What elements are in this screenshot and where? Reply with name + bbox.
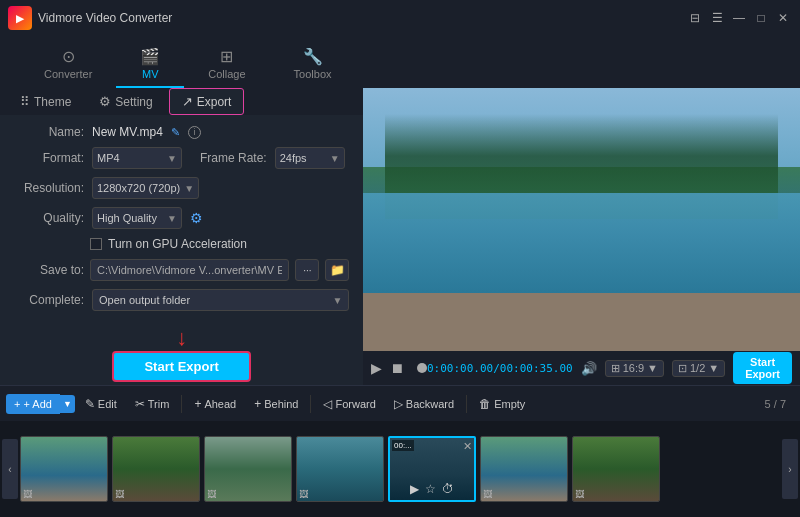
menu-icon[interactable]: ☰ — [708, 9, 726, 27]
gpu-label: Turn on GPU Acceleration — [108, 237, 247, 251]
quality-select[interactable]: High Quality ▼ — [92, 207, 182, 229]
star-action-icon[interactable]: ☆ — [425, 482, 436, 496]
format-select[interactable]: MP4 ▼ — [92, 147, 182, 169]
resolution-row: Resolution: 1280x720 (720p) ▼ — [14, 177, 349, 199]
add-main-button[interactable]: + + Add — [6, 394, 60, 414]
info-icon[interactable]: i — [188, 126, 201, 139]
browse-button[interactable]: ··· — [295, 259, 319, 281]
logo-text: ▶ — [16, 13, 24, 24]
format-row: Format: MP4 ▼ Frame Rate: 24fps ▼ — [14, 147, 349, 169]
gpu-row: Turn on GPU Acceleration — [14, 237, 349, 251]
crop-icon: ⊞ — [611, 362, 620, 375]
quality-label: Quality: — [14, 211, 84, 225]
subtab-export[interactable]: ↗ Export — [169, 88, 245, 115]
close-button[interactable]: ✕ — [774, 9, 792, 27]
trim-button[interactable]: ✂ Trim — [127, 393, 178, 415]
frame-rate-select[interactable]: 24fps ▼ — [275, 147, 345, 169]
ahead-button[interactable]: + Ahead — [186, 393, 244, 415]
stop-button[interactable]: ⏹ — [390, 360, 404, 376]
play-action-icon[interactable]: ▶ — [410, 482, 419, 496]
chat-icon[interactable]: ⊟ — [686, 9, 704, 27]
start-export-area: ↓ Start Export — [14, 327, 349, 382]
empty-button[interactable]: 🗑 Empty — [471, 393, 533, 415]
subtab-setting-label: Setting — [115, 95, 152, 109]
resolution-select[interactable]: 1280x720 (720p) ▼ — [92, 177, 199, 199]
clip-4[interactable]: 🖼 — [296, 436, 384, 502]
toolbox-icon: 🔧 — [303, 47, 323, 66]
forward-icon: ◁ — [323, 397, 332, 411]
time-display: 00:00:00.00/00:00:35.00 — [420, 362, 572, 375]
clip-5[interactable]: 00:... ✕ ▶ ☆ ⏱ — [388, 436, 476, 502]
clip-2-thumb: 🖼 — [113, 437, 199, 501]
volume-button[interactable]: 🔊 — [581, 361, 597, 376]
tab-collage[interactable]: ⊞ Collage — [184, 41, 269, 88]
name-value: New MV.mp4 — [92, 125, 163, 139]
video-frame — [363, 88, 800, 351]
app-title: Vidmore Video Converter — [38, 11, 680, 25]
clip-1-icon: 🖼 — [23, 489, 32, 499]
forward-button[interactable]: ◁ Forward — [315, 393, 383, 415]
edit-icon: ✎ — [85, 397, 95, 411]
save-path-input[interactable] — [90, 259, 289, 281]
clip-7-icon: 🖼 — [575, 489, 584, 499]
open-folder-button[interactable]: 📁 — [325, 259, 349, 281]
subtab-theme[interactable]: ⠿ Theme — [8, 89, 83, 114]
clip-6[interactable]: 🖼 — [480, 436, 568, 502]
edit-button[interactable]: ✎ Edit — [77, 393, 125, 415]
ahead-icon: + — [194, 397, 201, 411]
save-label: Save to: — [14, 263, 84, 277]
clip-5-close[interactable]: ✕ — [463, 440, 472, 453]
behind-button[interactable]: + Behind — [246, 393, 306, 415]
right-start-export-button[interactable]: Start Export — [733, 352, 792, 384]
aspect-ratio-selector[interactable]: ⊞ 16:9 ▼ — [605, 360, 664, 377]
clip-7[interactable]: 🖼 — [572, 436, 660, 502]
edit-icon[interactable]: ✎ — [171, 126, 180, 139]
toolbar: + + Add ▼ ✎ Edit ✂ Trim + Ahead + Behind… — [0, 385, 800, 421]
theme-icon: ⠿ — [20, 94, 30, 109]
tab-mv[interactable]: 🎬 MV — [116, 41, 184, 88]
subtab-setting[interactable]: ⚙ Setting — [87, 89, 164, 114]
add-label: + Add — [23, 398, 51, 410]
resolution-value: 1280x720 (720p) — [97, 182, 180, 194]
backward-button[interactable]: ▷ Backward — [386, 393, 462, 415]
clip-5-actions: ▶ ☆ ⏱ — [390, 482, 474, 496]
left-panel: ⠿ Theme ⚙ Setting ↗ Export Name: New MV.… — [0, 88, 363, 385]
resolution-arrow: ▼ — [184, 183, 194, 194]
mv-icon: 🎬 — [140, 47, 160, 66]
clip-1[interactable]: 🖼 — [20, 436, 108, 502]
tab-toolbox-label: Toolbox — [294, 68, 332, 80]
clip-count: 5 / 7 — [765, 398, 794, 410]
add-plus-icon: + — [14, 398, 20, 410]
tab-converter[interactable]: ⊙ Converter — [20, 41, 116, 88]
clip-2[interactable]: 🖼 — [112, 436, 200, 502]
maximize-button[interactable]: □ — [752, 9, 770, 27]
filmstrip-next-button[interactable]: › — [782, 439, 798, 499]
quality-scale-selector[interactable]: ⊡ 1/2 ▼ — [672, 360, 725, 377]
title-bar: ▶ Vidmore Video Converter ⊟ ☰ — □ ✕ — [0, 0, 800, 36]
quality-settings-button[interactable]: ⚙ — [190, 210, 203, 226]
player-controls: ▶ ⏹ 00:00:00.00/00:00:35.00 🔊 ⊞ 16:9 ▼ ⊡… — [363, 351, 800, 385]
tab-collage-label: Collage — [208, 68, 245, 80]
aspect-ratio-arrow: ▼ — [647, 362, 658, 374]
start-export-button[interactable]: Start Export — [112, 351, 250, 382]
subtab-export-label: Export — [197, 95, 232, 109]
save-row: Save to: ··· 📁 — [14, 259, 349, 281]
add-dropdown-button[interactable]: ▼ — [60, 395, 75, 413]
trim-label: Trim — [148, 398, 170, 410]
deck-layer — [363, 293, 800, 351]
minimize-button[interactable]: — — [730, 9, 748, 27]
clip-5-time: 00:... — [392, 440, 414, 451]
gpu-checkbox[interactable] — [90, 238, 102, 250]
separator-3 — [466, 395, 467, 413]
clip-5-thumb: 00:... ✕ ▶ ☆ ⏱ — [390, 438, 474, 500]
complete-select[interactable]: Open output folder ▼ — [92, 289, 349, 311]
export-icon: ↗ — [182, 94, 193, 109]
format-arrow: ▼ — [167, 153, 177, 164]
tab-toolbox[interactable]: 🔧 Toolbox — [270, 41, 356, 88]
clock-action-icon[interactable]: ⏱ — [442, 482, 454, 496]
scale-icon: ⊡ — [678, 362, 687, 375]
filmstrip-prev-button[interactable]: ‹ — [2, 439, 18, 499]
clip-3[interactable]: 🖼 — [204, 436, 292, 502]
clip-7-thumb: 🖼 — [573, 437, 659, 501]
play-button[interactable]: ▶ — [371, 360, 382, 376]
